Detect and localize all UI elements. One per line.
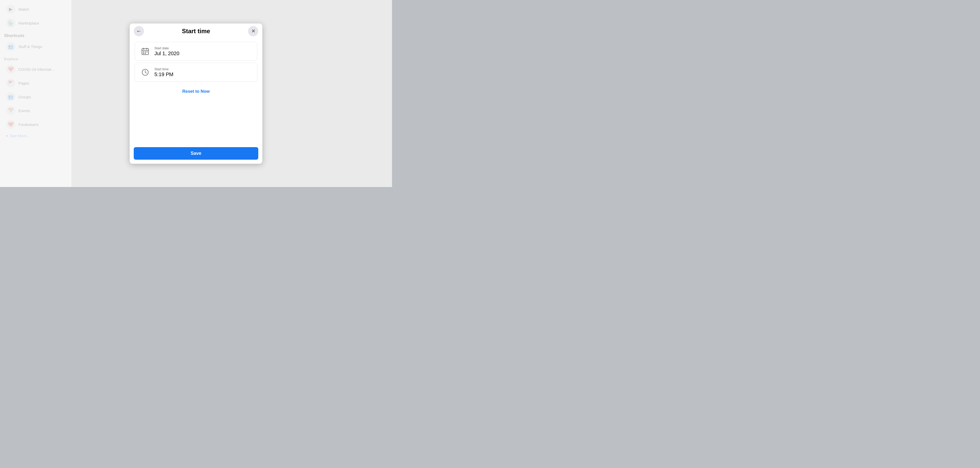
- start-date-label: Start date: [154, 46, 180, 50]
- start-time-row[interactable]: Start time 5:19 PM: [135, 63, 257, 82]
- back-button[interactable]: ←: [134, 26, 144, 36]
- close-icon: ✕: [251, 28, 255, 34]
- modal-header: ← Start time ✕: [130, 24, 262, 39]
- svg-rect-4: [143, 51, 144, 53]
- start-date-value: Jul 1, 2020: [154, 51, 180, 56]
- clock-icon: [140, 67, 150, 77]
- modal-body: Start date Jul 1, 2020 Start time 5:19 P…: [130, 39, 262, 144]
- start-time-label: Start time: [154, 67, 173, 71]
- svg-rect-8: [145, 53, 146, 54]
- start-date-content: Start date Jul 1, 2020: [154, 46, 180, 56]
- start-time-content: Start time 5:19 PM: [154, 67, 173, 77]
- svg-rect-7: [143, 53, 144, 54]
- modal-spacer: [135, 98, 257, 144]
- start-date-row[interactable]: Start date Jul 1, 2020: [135, 42, 257, 61]
- reset-to-now-button[interactable]: Reset to Now: [135, 84, 257, 98]
- modal-overlay: ← Start time ✕: [0, 0, 392, 187]
- back-arrow-icon: ←: [136, 28, 142, 34]
- start-time-value: 5:19 PM: [154, 72, 173, 77]
- svg-rect-5: [145, 51, 146, 53]
- svg-rect-6: [146, 51, 148, 53]
- modal-title: Start time: [182, 27, 210, 35]
- svg-line-11: [145, 72, 146, 73]
- save-button[interactable]: Save: [134, 147, 258, 160]
- modal-footer: Save: [130, 144, 262, 164]
- start-time-modal: ← Start time ✕: [130, 24, 262, 164]
- close-button[interactable]: ✕: [248, 26, 258, 36]
- calendar-icon: [140, 46, 150, 56]
